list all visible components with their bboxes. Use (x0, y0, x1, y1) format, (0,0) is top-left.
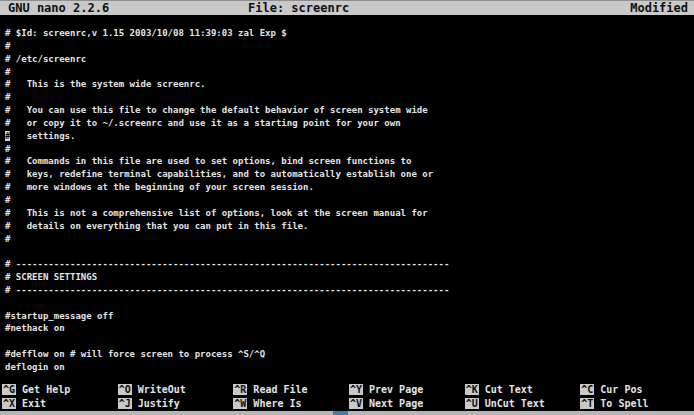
editor-line: # (5, 91, 694, 104)
shortcut-label: Cur Pos (600, 384, 642, 395)
shortcut-label: UnCut Text (485, 398, 545, 409)
shortcut-key: ^W (233, 398, 247, 409)
shortcut-to-spell[interactable]: ^TTo Spell (578, 397, 694, 410)
editor-line: # (5, 143, 694, 156)
shortcut-key: ^U (465, 398, 479, 409)
shortcut-read-file[interactable]: ^RRead File (231, 383, 347, 396)
shortcut-label: WriteOut (138, 384, 186, 395)
editor-line: # This is the system wide screenrc. (5, 78, 694, 91)
editor-line: # settings. (5, 130, 694, 143)
editor-line: # --------------------------------------… (5, 258, 694, 271)
editor-line: # (5, 194, 694, 207)
editor-line: # $Id: screenrc,v 1.15 2003/10/08 11:39:… (5, 27, 694, 40)
editor-line: #defflow on # will force screen to proce… (5, 348, 694, 361)
app-version-label: GNU nano 2.2.6 (8, 1, 109, 16)
shortcut-key: ^T (580, 398, 594, 409)
editor-line: # or copy it to ~/.screenrc and use it a… (5, 117, 694, 130)
file-title: File: screenrc (248, 1, 349, 16)
shortcut-key: ^J (118, 398, 132, 409)
cursor: # (5, 131, 10, 141)
shortcut-key: ^Y (349, 384, 363, 395)
editor-line: # You can use this file to change the de… (5, 104, 694, 117)
editor-line: # SCREEN SETTINGS (5, 271, 694, 284)
shortcut-label: Cut Text (485, 384, 533, 395)
editor-line: # (5, 233, 694, 246)
editor-line: # This is not a comprehensive list of op… (5, 207, 694, 220)
shortcut-label: Next Page (369, 398, 423, 409)
editor-line: # Commands in this file are used to set … (5, 155, 694, 168)
editor-line: # details on everything that you can put… (5, 220, 694, 233)
shortcut-exit[interactable]: ^XExit (0, 397, 116, 410)
shortcut-key: ^R (233, 384, 247, 395)
nano-titlebar: GNU nano 2.2.6 File: screenrc Modified (0, 0, 694, 15)
shortcut-key: ^C (580, 384, 594, 395)
shortcut-row-2: ^XExit^JJustify^WWhere Is^VNext Page^UUn… (0, 397, 694, 410)
shortcut-key: ^G (2, 384, 16, 395)
shortcut-label: Where Is (253, 398, 301, 409)
editor-line: deflogin on (5, 361, 694, 374)
nano-terminal[interactable]: GNU nano 2.2.6 File: screenrc Modified #… (0, 0, 694, 415)
shortcut-prev-page[interactable]: ^YPrev Page (347, 383, 463, 396)
shortcut-row-1: ^GGet Help^OWriteOut^RRead File^YPrev Pa… (0, 383, 694, 396)
shortcut-label: Get Help (22, 384, 70, 395)
shortcut-label: Exit (22, 398, 46, 409)
shortcut-cur-pos[interactable]: ^CCur Pos (578, 383, 694, 396)
shortcut-key: ^K (465, 384, 479, 395)
shortcut-label: Read File (253, 384, 307, 395)
shortcut-next-page[interactable]: ^VNext Page (347, 397, 463, 410)
shortcut-key: ^X (2, 398, 16, 409)
shortcut-key: ^V (349, 398, 363, 409)
window-edge-strip (0, 411, 694, 415)
editor-line: # /etc/screenrc (5, 53, 694, 66)
shortcut-cut-text[interactable]: ^KCut Text (463, 383, 579, 396)
shortcut-label: Justify (138, 398, 180, 409)
editor-line: #nethack on (5, 322, 694, 335)
editor-line: #startup_message off (5, 310, 694, 323)
editor-line: # --------------------------------------… (5, 284, 694, 297)
shortcut-get-help[interactable]: ^GGet Help (0, 383, 116, 396)
shortcut-where-is[interactable]: ^WWhere Is (231, 397, 347, 410)
shortcut-uncut-text[interactable]: ^UUnCut Text (463, 397, 579, 410)
shortcut-justify[interactable]: ^JJustify (116, 397, 232, 410)
editor-line: # (5, 40, 694, 53)
shortcut-label: Prev Page (369, 384, 423, 395)
shortcut-label: To Spell (600, 398, 648, 409)
editor-line: # more windows at the beginning of your … (5, 181, 694, 194)
editor-line: # (5, 66, 694, 79)
window-edge-accent (333, 411, 348, 415)
editor-line: # keys, redefine terminal capabilities, … (5, 168, 694, 181)
editor-line (5, 335, 694, 348)
shortcut-writeout[interactable]: ^OWriteOut (116, 383, 232, 396)
modified-flag: Modified (630, 1, 688, 16)
editor-line (5, 245, 694, 258)
editor-line (5, 297, 694, 310)
shortcut-key: ^O (118, 384, 132, 395)
editor-content[interactable]: # $Id: screenrc,v 1.15 2003/10/08 11:39:… (5, 27, 694, 374)
